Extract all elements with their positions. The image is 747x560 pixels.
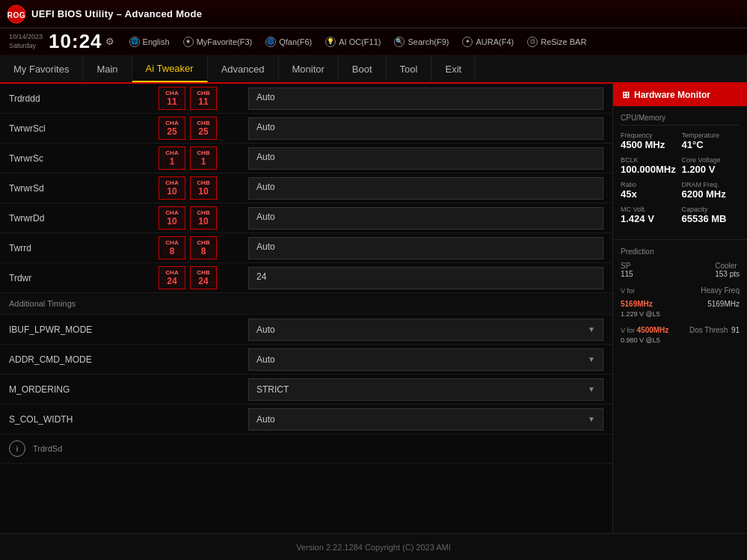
dropdown-row-m_ordering: M_ORDERINGSTRICT▼ <box>0 375 612 404</box>
row-label-twrwrsc: TwrwrSc <box>9 153 159 164</box>
top-info-aiocf[interactable]: 💡AI OC(F11) <box>325 37 381 47</box>
dropdown-row-addr_cmd_mode: ADDR_CMD_MODEAuto▼ <box>0 345 612 375</box>
value-field-twrwrdd[interactable]: Auto <box>248 207 603 230</box>
monitor-item-mc_volt: MC Volt. 1.424 V <box>621 206 679 224</box>
channel-badge-cha-twrwrscl: CHA25 <box>159 117 185 141</box>
monitor-item-capacity: Capacity 65536 MB <box>682 206 740 224</box>
prediction-section: Prediction SP 115 Cooler 153 pts V for 5… <box>613 239 747 356</box>
channel-badge-chb-trdrddd: CHB11 <box>190 87 217 111</box>
dropdown-field-ibuf_lpwr_mode[interactable]: Auto▼ <box>248 319 603 341</box>
timing-row-twrwrscl: TwrwrSclCHA25CHB25Auto <box>0 114 612 144</box>
channel-badge-cha-twrwrsd: CHA10 <box>159 176 185 200</box>
dropdown-label-s_col_width: S_COL_WIDTH <box>9 414 248 425</box>
pred-freq-v_4500: V for 4500MHzDos Thresh 910.980 V @L5 <box>621 322 740 344</box>
value-field-twrrd[interactable]: Auto <box>248 237 603 259</box>
content-area: TrdrdddCHA11CHB11AutoTwrwrSclCHA25CHB25A… <box>0 84 612 533</box>
dropdown-label-ibuf_lpwr_mode: IBUF_LPWR_MODE <box>9 324 248 335</box>
monitor-icon: ⊞ <box>622 90 630 100</box>
nav-item-tool[interactable]: Tool <box>387 55 432 82</box>
date-block: 10/14/2023 Saturday <box>9 33 43 50</box>
channel-badge-chb-twrwrscl: CHB25 <box>190 117 217 141</box>
monitor-item-bclk: BCLK 100.000MHz <box>621 156 679 175</box>
pred-item-cooler: Cooler 153 pts <box>715 262 740 278</box>
row-label-trdrddd: Trdrddd <box>9 93 159 104</box>
dropdown-field-addr_cmd_mode[interactable]: Auto▼ <box>248 348 603 371</box>
hardware-monitor-label: Hardware Monitor <box>634 90 710 100</box>
date-text: 10/14/2023 <box>9 33 43 42</box>
top-info-auraf[interactable]: ✦AURA(F4) <box>462 37 514 47</box>
dropdown-row-ibuf_lpwr_mode: IBUF_LPWR_MODEAuto▼ <box>0 315 612 345</box>
channel-badge-cha-trdrddd: CHA11 <box>159 87 185 111</box>
main-layout: TrdrdddCHA11CHB11AutoTwrwrSclCHA25CHB25A… <box>0 84 747 533</box>
timing-row-twrwrsc: TwrwrScCHA1CHB1Auto <box>0 144 612 173</box>
channel-badges-trdwr: CHA24CHB24 <box>159 266 248 290</box>
top-info-searchf[interactable]: 🔍Search(F9) <box>394 37 449 47</box>
nav-item-main[interactable]: Main <box>83 55 132 82</box>
top-info-qfanf[interactable]: 🌀Qfan(F6) <box>265 37 312 47</box>
channel-badges-twrwrdd: CHA10CHB10 <box>159 206 248 230</box>
header-title: UEFI BIOS Utility – Advanced Mode <box>31 8 202 19</box>
hardware-monitor-sidebar: ⊞ Hardware Monitor CPU/Memory Frequency … <box>612 84 747 533</box>
settings-icon[interactable]: ⚙ <box>105 36 114 47</box>
row-label-twrrd: Twrrd <box>9 243 159 253</box>
value-field-trdwr[interactable]: 24 <box>248 267 603 289</box>
value-field-trdrddd[interactable]: Auto <box>248 87 603 110</box>
channel-badge-chb-twrrd: CHB8 <box>190 236 217 260</box>
channel-badges-twrwrsc: CHA1CHB1 <box>159 147 248 170</box>
row-label-twrwrscl: TwrwrScl <box>9 123 159 134</box>
top-info-myfavoritef[interactable]: ★MyFavorite(F3) <box>183 37 253 47</box>
rog-icon: ROG <box>6 4 27 25</box>
value-field-twrwrscl[interactable]: Auto <box>248 117 603 140</box>
time-display: 10:24 <box>49 30 102 53</box>
channel-badge-cha-twrwrsc: CHA1 <box>159 147 185 170</box>
nav-item-boot[interactable]: Boot <box>339 55 387 82</box>
value-field-twrwrsd[interactable]: Auto <box>248 177 603 200</box>
pred-sub-v_5169: 1.229 V @L5 <box>621 310 740 318</box>
dropdown-arrow-s_col_width: ▼ <box>588 415 595 423</box>
pred-sub-v_4500: 0.980 V @L5 <box>621 336 740 344</box>
top-info-resizebar[interactable]: ⊡ReSize BAR <box>527 37 586 47</box>
row-label-twrwrsd: TwrwrSd <box>9 183 159 194</box>
version-text: Version 2.22.1284 Copyright (C) 2023 AMI <box>296 543 451 552</box>
dropdown-label-m_ordering: M_ORDERING <box>9 384 248 395</box>
value-field-twrwrsc[interactable]: Auto <box>248 147 603 170</box>
top-info-bar: 🌐English★MyFavorite(F3)🌀Qfan(F6)💡AI OC(F… <box>129 37 587 47</box>
footer: Version 2.22.1284 Copyright (C) 2023 AMI <box>0 533 747 560</box>
time-bar: 10/14/2023 Saturday 10:24 ⚙ 🌐English★MyF… <box>0 28 747 55</box>
additional-timings-header: Additional Timings <box>0 293 612 315</box>
dropdown-arrow-m_ordering: ▼ <box>588 385 595 393</box>
cpu-memory-label: CPU/Memory <box>621 114 740 126</box>
nav-item-exit[interactable]: Exit <box>431 55 476 82</box>
monitor-grid: Frequency 4500 MHz Temperature 41°C BCLK… <box>621 132 740 224</box>
monitor-item-temperature: Temperature 41°C <box>682 132 740 150</box>
logo: ROG UEFI BIOS Utility – Advanced Mode <box>6 4 202 25</box>
timing-row-twrwrsd: TwrwrSdCHA10CHB10Auto <box>0 173 612 203</box>
hardware-monitor-title: ⊞ Hardware Monitor <box>613 84 747 106</box>
nav-item-my-favorites[interactable]: My Favorites <box>0 55 83 82</box>
channel-badge-chb-twrwrdd: CHB10 <box>190 206 217 230</box>
svg-text:ROG: ROG <box>7 11 25 19</box>
monitor-item-ratio: Ratio 45x <box>621 181 679 200</box>
pred-item-sp: SP 115 <box>621 262 633 278</box>
channel-badge-chb-trdwr: CHB24 <box>190 266 217 290</box>
timing-row-trdwr: TrdwrCHA24CHB2424 <box>0 263 612 293</box>
channel-badges-trdrddd: CHA11CHB11 <box>159 87 248 111</box>
info-text: TrdrdSd <box>33 444 62 453</box>
dropdown-arrow-ibuf_lpwr_mode: ▼ <box>588 325 595 333</box>
channel-badges-twrrd: CHA8CHB8 <box>159 236 248 260</box>
dropdown-field-s_col_width[interactable]: Auto▼ <box>248 408 603 431</box>
monitor-item-frequency: Frequency 4500 MHz <box>621 132 679 150</box>
top-info-english[interactable]: 🌐English <box>129 37 170 47</box>
monitor-item-dram_freq: DRAM Freq. 6200 MHz <box>682 181 740 200</box>
nav-item-advanced[interactable]: Advanced <box>208 55 279 82</box>
nav-item-monitor[interactable]: Monitor <box>279 55 339 82</box>
dropdown-field-m_ordering[interactable]: STRICT▼ <box>248 378 603 401</box>
row-label-twrwrdd: TwrwrDd <box>9 213 159 224</box>
nav-item-ai-tweaker[interactable]: Ai Tweaker <box>132 55 208 82</box>
channel-badge-cha-trdwr: CHA24 <box>159 266 185 290</box>
prediction-sp-cooler-row: SP 115 Cooler 153 pts <box>621 262 740 278</box>
cpu-memory-section: CPU/Memory Frequency 4500 MHz Temperatur… <box>613 106 747 239</box>
info-row-trdrdsd: i TrdrdSd <box>0 434 612 464</box>
channel-badge-cha-twrwrdd: CHA10 <box>159 206 185 230</box>
day-text: Saturday <box>9 42 43 51</box>
